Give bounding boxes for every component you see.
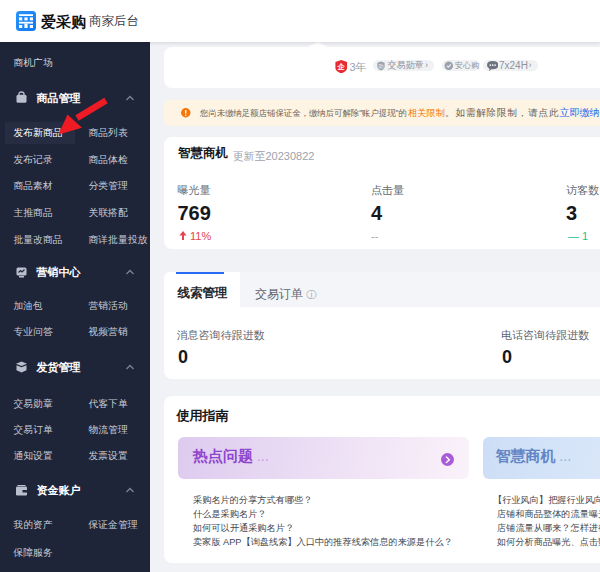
svg-text:企: 企 xyxy=(337,62,346,71)
svg-text:勋: 勋 xyxy=(378,63,384,69)
